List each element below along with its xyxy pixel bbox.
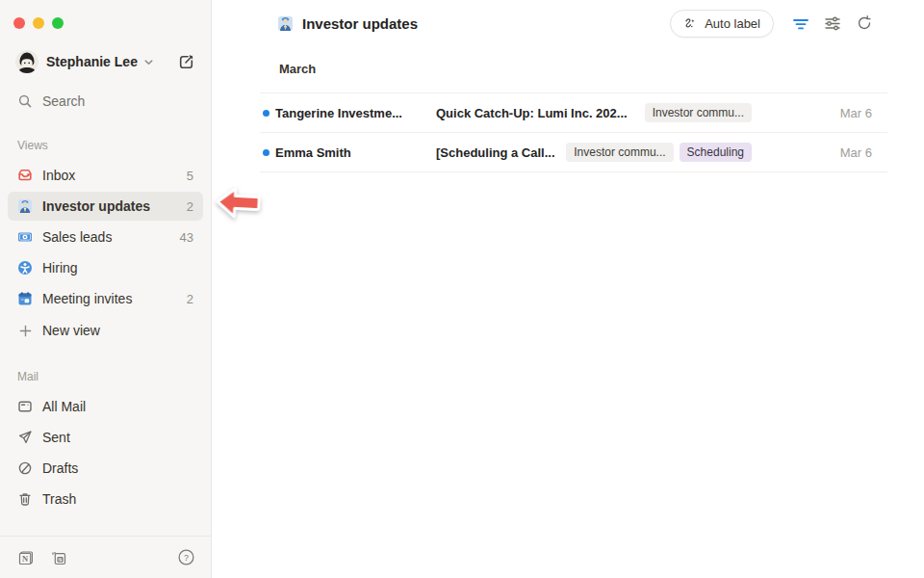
sidebar-item-label: Trash <box>42 491 76 507</box>
unread-count: 5 <box>187 169 193 183</box>
unread-count: 43 <box>180 230 193 245</box>
zoom-window-button[interactable] <box>52 17 64 29</box>
sidebar-footer: N 14 ? <box>0 536 211 578</box>
email-date: Mar 6 <box>834 106 872 120</box>
sidebar-item-label: Sales leads <box>42 229 112 245</box>
email-date: Mar 6 <box>834 145 872 160</box>
auto-label-wand-icon <box>683 16 698 31</box>
page-title: Investor updates <box>302 15 418 32</box>
sidebar-item-label: Meeting invites <box>42 291 132 306</box>
unread-indicator <box>260 110 275 117</box>
group-header: March <box>260 56 887 93</box>
new-view-button[interactable]: New view <box>8 316 203 345</box>
email-row[interactable]: Emma Smith [Scheduling a Call... Investo… <box>260 133 887 172</box>
plus-icon <box>17 323 33 338</box>
investor-person-icon <box>17 198 33 214</box>
mail-section-label: Mail <box>0 370 211 383</box>
avatar <box>15 50 38 73</box>
search-row[interactable]: Search <box>17 89 195 114</box>
sidebar-item-drafts[interactable]: Drafts <box>8 454 203 483</box>
sidebar: Stephanie Lee Search Views Inbox 5 Inves… <box>0 0 212 578</box>
compose-icon[interactable] <box>177 53 195 71</box>
sidebar-item-label: Drafts <box>42 460 78 476</box>
sidebar-item-label: Hiring <box>42 260 78 276</box>
account-name: Stephanie Lee <box>46 54 138 69</box>
label-tag[interactable]: Investor commu... <box>645 103 752 122</box>
group-label: March <box>279 62 316 76</box>
calendar-icon <box>17 291 33 306</box>
email-subject: [Scheduling a Call... <box>436 145 566 160</box>
minimize-window-button[interactable] <box>33 17 44 29</box>
refresh-icon[interactable] <box>853 12 876 35</box>
notion-app-icon[interactable]: N <box>17 549 35 566</box>
window-controls <box>0 0 211 29</box>
sidebar-item-sent[interactable]: Sent <box>8 423 203 452</box>
all-mail-icon <box>17 399 33 414</box>
person-circle-icon <box>17 260 33 276</box>
label-tag[interactable]: Scheduling <box>680 143 752 162</box>
views-section-label: Views <box>0 139 211 152</box>
close-window-button[interactable] <box>13 17 25 29</box>
email-row[interactable]: Tangerine Investme... Quick Catch-Up: Lu… <box>260 93 887 133</box>
unread-indicator <box>260 149 275 156</box>
search-icon <box>17 93 33 109</box>
paper-plane-icon <box>17 430 33 445</box>
sidebar-item-sales-leads[interactable]: Sales leads 43 <box>8 223 203 251</box>
sidebar-item-label: Sent <box>42 430 70 445</box>
auto-label-label: Auto label <box>705 16 760 31</box>
sidebar-item-trash[interactable]: Trash <box>8 485 203 513</box>
help-icon[interactable]: ? <box>177 548 195 566</box>
account-row[interactable]: Stephanie Lee <box>15 48 195 75</box>
banknote-icon <box>17 229 33 245</box>
search-label: Search <box>42 93 85 109</box>
chevron-down-icon[interactable] <box>143 57 154 67</box>
unread-dot-icon <box>263 149 270 156</box>
investor-person-icon <box>277 15 294 32</box>
main-header: Investor updates Auto label <box>212 0 924 46</box>
email-sender: Emma Smith <box>275 145 436 160</box>
trash-icon <box>17 491 33 507</box>
unread-dot-icon <box>263 110 270 117</box>
email-sender: Tangerine Investme... <box>275 106 436 120</box>
svg-text:?: ? <box>184 553 189 563</box>
sidebar-item-label: All Mail <box>42 399 86 414</box>
sidebar-item-investor-updates[interactable]: Investor updates 2 <box>8 192 203 221</box>
inbox-tray-icon <box>17 168 33 183</box>
mail-nav: All Mail Sent Drafts Trash <box>0 392 211 515</box>
header-actions: Auto label <box>670 10 876 38</box>
sidebar-item-label: Inbox <box>42 168 75 183</box>
sidebar-item-all-mail[interactable]: All Mail <box>8 392 203 421</box>
views-nav: Inbox 5 Investor updates 2 Sales leads 4… <box>0 161 211 347</box>
email-labels: Investor commu... <box>645 103 752 122</box>
filter-icon[interactable] <box>789 12 812 35</box>
main-panel: Investor updates Auto label March Tanger… <box>212 0 924 578</box>
auto-label-button[interactable]: Auto label <box>670 10 774 38</box>
email-list: March Tangerine Investme... Quick Catch-… <box>260 46 887 172</box>
sidebar-item-hiring[interactable]: Hiring <box>8 253 203 282</box>
sidebar-item-label: Investor updates <box>42 198 150 214</box>
svg-text:N: N <box>22 553 29 563</box>
sidebar-item-inbox[interactable]: Inbox 5 <box>8 161 203 190</box>
display-settings-sliders-icon[interactable] <box>821 12 844 35</box>
unread-count: 2 <box>187 199 193 214</box>
unread-count: 2 <box>187 292 193 306</box>
label-tag[interactable]: Investor commu... <box>566 143 673 162</box>
svg-text:14: 14 <box>58 557 64 562</box>
new-view-label: New view <box>42 323 100 338</box>
email-labels: Investor commu... Scheduling <box>566 143 752 162</box>
notion-calendar-app-icon[interactable]: 14 <box>50 549 67 566</box>
sidebar-item-meeting-invites[interactable]: Meeting invites 2 <box>8 284 203 313</box>
draft-pencil-circle-icon <box>17 460 33 476</box>
email-subject: Quick Catch-Up: Lumi Inc. 202... <box>436 106 645 120</box>
